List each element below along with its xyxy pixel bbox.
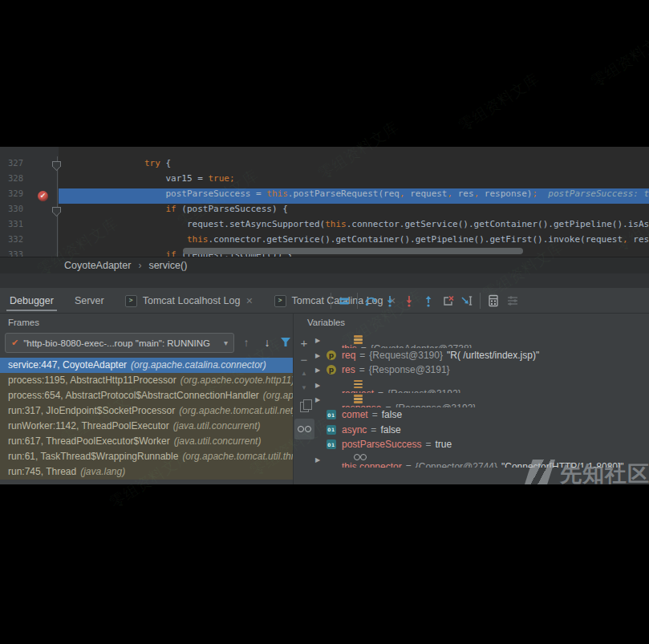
- move-watch-down-button[interactable]: ▼: [298, 384, 310, 391]
- step-into-icon[interactable]: [383, 294, 396, 307]
- expand-arrow-icon[interactable]: ▶: [315, 378, 320, 393]
- ide-debugger-screen: { 327 try {328 var15 = true;329✔ postPar…: [0, 0, 649, 644]
- frame-row[interactable]: process:654, AbstractProtocol$AbstractCo…: [0, 388, 293, 403]
- add-watch-button[interactable]: +: [298, 336, 310, 350]
- primitive-icon: 01: [327, 425, 336, 435]
- tab-label: Tomcat Localhost Log: [143, 295, 241, 306]
- expand-arrow-icon[interactable]: ▶: [315, 348, 320, 363]
- show-execution-point-icon[interactable]: [338, 294, 351, 307]
- primitive-icon: 01: [327, 410, 336, 419]
- line-number: 332: [8, 234, 23, 249]
- force-step-into-icon[interactable]: [403, 294, 416, 307]
- code-line[interactable]: postParseSuccess = this.postParseRequest…: [59, 188, 649, 204]
- code-line[interactable]: request.setAsyncSupported(this.connector…: [59, 219, 649, 234]
- variable-row[interactable]: ▶response={Response@3193}: [314, 392, 649, 407]
- variable-row[interactable]: 01comet=false: [314, 407, 649, 423]
- variable-row[interactable]: ▶preq={Request@3190}"R( /urltest/index.j…: [314, 348, 649, 363]
- previous-frame-button[interactable]: ↑: [240, 334, 253, 350]
- line-number: 331: [8, 219, 23, 234]
- tab-tomcat-localhost-log[interactable]: >Tomcat Localhost Log✕: [124, 288, 255, 314]
- tab-debugger[interactable]: Debugger: [8, 288, 55, 314]
- chevron-down-icon: ▾: [224, 338, 228, 347]
- hide-frames-filter-button[interactable]: [280, 337, 291, 347]
- variable-value: true: [435, 439, 452, 450]
- bottom-letterbox: [0, 484, 649, 644]
- frame-row[interactable]: run:61, TaskThread$WrappingRunnable(org.…: [0, 449, 293, 464]
- code-token: .connector.getService().getContainer().g…: [347, 219, 649, 229]
- frame-package: (java.util.concurrent): [174, 435, 262, 447]
- breadcrumb-method[interactable]: service(): [148, 260, 187, 271]
- step-over-icon[interactable]: [364, 294, 377, 307]
- tab-server[interactable]: Server: [73, 288, 106, 314]
- frame-row[interactable]: run:317, JIoEndpoint$SocketProcessor(org…: [0, 403, 293, 419]
- breadcrumb: CoyoteAdapter › service(): [0, 257, 649, 273]
- code-line[interactable]: if (postParseSuccess) {: [59, 204, 288, 219]
- code-token: res: [452, 188, 474, 199]
- breadcrumb-class[interactable]: CoyoteAdapter: [64, 260, 131, 271]
- variable-row[interactable]: 01postParseSuccess=true: [314, 437, 649, 452]
- variable-row[interactable]: ▶request={Request@3192}: [314, 378, 649, 393]
- frame-package: (org.apache.tomcat.util.net): [179, 405, 293, 416]
- debugger-panels: Frames ✔ "http-bio-8080-exec-...roup "ma…: [0, 314, 649, 484]
- frame-package: (org.apache.tomcat.util.threads): [182, 451, 293, 462]
- editor-horizontal-scrollbar[interactable]: [183, 248, 523, 254]
- code-token: response: [479, 188, 527, 199]
- console-icon: >: [274, 295, 286, 307]
- variable-row[interactable]: 01async=false: [314, 423, 649, 438]
- panel-splitter[interactable]: [293, 314, 294, 484]
- frame-package: (java.lang): [80, 466, 125, 477]
- expand-arrow-icon[interactable]: ▶: [315, 363, 320, 378]
- variable-row[interactable]: ▶this={CoyoteAdapter@2738}: [314, 333, 649, 348]
- expand-arrow-icon[interactable]: ▶: [315, 452, 320, 468]
- evaluate-expression-icon[interactable]: [487, 294, 500, 307]
- code-token: try: [144, 158, 160, 168]
- frame-row[interactable]: process:1195, AbstractHttp11Processor(or…: [0, 373, 293, 388]
- close-tab-icon[interactable]: ✕: [245, 296, 253, 306]
- debugger-settings-icon[interactable]: [506, 294, 519, 307]
- duplicate-watch-button[interactable]: [300, 402, 309, 412]
- line-number: 330: [8, 204, 23, 219]
- toolbar-separator: [357, 293, 358, 309]
- frames-list: service:447, CoyoteAdapter(org.apache.ca…: [0, 358, 293, 480]
- code-line[interactable]: try {: [59, 158, 171, 173]
- run-to-cursor-icon[interactable]: [460, 294, 473, 307]
- show-watches-toggle[interactable]: [294, 419, 314, 439]
- code-line[interactable]: var15 = true;: [59, 173, 235, 188]
- code-token: this: [187, 234, 209, 245]
- frame-location: run:617, ThreadPoolExecutor$Worker: [8, 435, 170, 447]
- tab-label: Debugger: [10, 295, 54, 306]
- variable-row[interactable]: ▶pres={Response@3191}: [314, 363, 649, 378]
- expand-arrow-icon[interactable]: ▶: [315, 392, 320, 407]
- console-icon: >: [125, 295, 137, 307]
- variable-name: res: [342, 364, 355, 375]
- frame-row[interactable]: runWorker:1142, ThreadPoolExecutor(java.…: [0, 419, 293, 434]
- code-token: [59, 158, 144, 168]
- equals-sign: =: [425, 439, 431, 450]
- thread-selector[interactable]: ✔ "http-bio-8080-exec-...roup "main": RU…: [5, 333, 234, 353]
- frame-package: (org.apache.coyote.http11): [181, 375, 293, 386]
- breakpoint-icon[interactable]: ✔: [38, 191, 48, 201]
- step-out-icon[interactable]: [422, 294, 435, 307]
- drop-frame-icon[interactable]: [441, 294, 454, 307]
- expand-arrow-icon[interactable]: ▶: [315, 333, 320, 348]
- variable-name: async: [342, 424, 367, 435]
- frame-location: process:654, AbstractProtocol$AbstractCo…: [8, 390, 259, 401]
- code-editor[interactable]: { 327 try {328 var15 = true;329✔ postPar…: [0, 147, 649, 257]
- frame-package: (java.util.concurrent): [173, 420, 261, 431]
- code-token: [59, 234, 187, 245]
- move-watch-up-button[interactable]: ▲: [298, 370, 310, 377]
- equals-sign: =: [406, 461, 412, 468]
- frame-row[interactable]: run:745, Thread(java.lang): [0, 464, 293, 480]
- remove-watch-button[interactable]: −: [298, 353, 310, 367]
- variable-value: false: [382, 409, 402, 420]
- next-frame-button[interactable]: ↓: [261, 334, 274, 350]
- equals-sign: =: [359, 364, 365, 375]
- code-token: postParseSuccess: tr: [548, 188, 649, 199]
- code-token: [59, 173, 165, 184]
- code-token: ,: [400, 188, 405, 199]
- frame-row[interactable]: service:447, CoyoteAdapter(org.apache.ca…: [0, 358, 293, 373]
- frame-row[interactable]: run:617, ThreadPoolExecutor$Worker(java.…: [0, 434, 293, 449]
- code-token: [59, 188, 165, 199]
- breadcrumb-separator-icon: ›: [138, 260, 141, 271]
- variable-name: this.connector: [342, 461, 402, 468]
